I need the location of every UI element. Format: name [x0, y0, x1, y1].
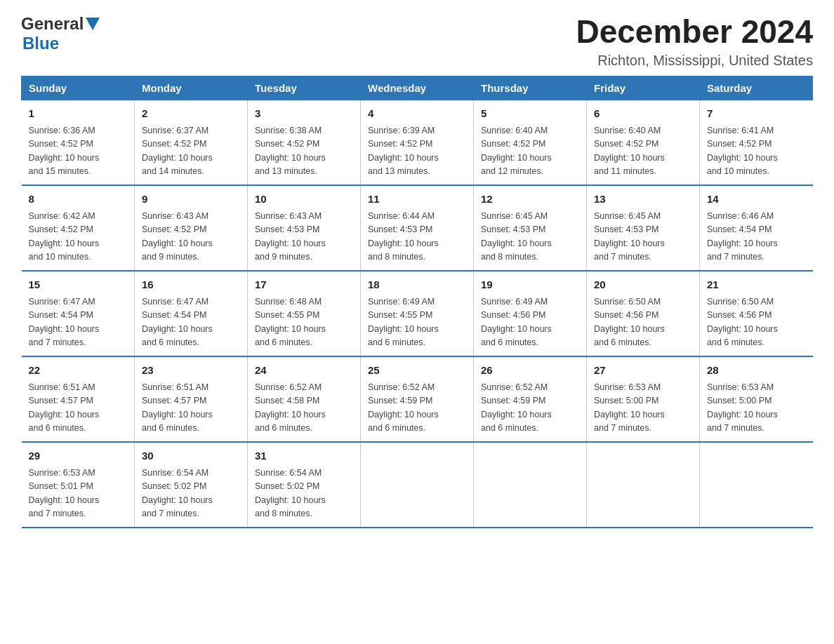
day-cell: 28Sunrise: 6:53 AMSunset: 5:00 PMDayligh…	[700, 356, 813, 442]
day-number: 19	[481, 277, 579, 293]
day-info: Sunrise: 6:49 AMSunset: 4:56 PMDaylight:…	[481, 295, 579, 350]
day-cell: 31Sunrise: 6:54 AMSunset: 5:02 PMDayligh…	[248, 442, 361, 528]
svg-marker-0	[86, 18, 100, 30]
day-info: Sunrise: 6:49 AMSunset: 4:55 PMDaylight:…	[368, 295, 466, 350]
day-cell: 19Sunrise: 6:49 AMSunset: 4:56 PMDayligh…	[474, 271, 587, 356]
day-info: Sunrise: 6:51 AMSunset: 4:57 PMDaylight:…	[29, 381, 128, 436]
day-cell: 10Sunrise: 6:43 AMSunset: 4:53 PMDayligh…	[248, 185, 361, 271]
day-info: Sunrise: 6:53 AMSunset: 5:00 PMDaylight:…	[707, 381, 806, 436]
day-cell: 8Sunrise: 6:42 AMSunset: 4:52 PMDaylight…	[22, 185, 135, 271]
day-number: 5	[481, 106, 579, 122]
day-number: 1	[29, 106, 128, 122]
day-info: Sunrise: 6:43 AMSunset: 4:52 PMDaylight:…	[142, 210, 240, 264]
day-info: Sunrise: 6:54 AMSunset: 5:02 PMDaylight:…	[255, 467, 353, 521]
day-number: 31	[255, 448, 353, 464]
day-info: Sunrise: 6:47 AMSunset: 4:54 PMDaylight:…	[142, 295, 240, 350]
week-row-5: 29Sunrise: 6:53 AMSunset: 5:01 PMDayligh…	[22, 442, 813, 528]
header-monday: Monday	[135, 76, 248, 100]
day-number: 4	[368, 106, 466, 122]
header-saturday: Saturday	[700, 76, 813, 100]
day-cell: 11Sunrise: 6:44 AMSunset: 4:53 PMDayligh…	[361, 185, 474, 271]
day-cell	[587, 442, 700, 528]
day-info: Sunrise: 6:48 AMSunset: 4:55 PMDaylight:…	[255, 295, 353, 350]
day-info: Sunrise: 6:36 AMSunset: 4:52 PMDaylight:…	[29, 124, 128, 179]
day-cell: 9Sunrise: 6:43 AMSunset: 4:52 PMDaylight…	[135, 185, 248, 271]
day-cell: 16Sunrise: 6:47 AMSunset: 4:54 PMDayligh…	[135, 271, 248, 356]
day-number: 7	[707, 106, 806, 122]
logo-triangle-icon	[86, 18, 100, 32]
week-row-3: 15Sunrise: 6:47 AMSunset: 4:54 PMDayligh…	[22, 271, 813, 356]
day-cell: 21Sunrise: 6:50 AMSunset: 4:56 PMDayligh…	[700, 271, 813, 356]
day-info: Sunrise: 6:45 AMSunset: 4:53 PMDaylight:…	[594, 210, 692, 264]
day-info: Sunrise: 6:52 AMSunset: 4:59 PMDaylight:…	[481, 381, 579, 436]
day-cell: 17Sunrise: 6:48 AMSunset: 4:55 PMDayligh…	[248, 271, 361, 356]
day-cell: 6Sunrise: 6:40 AMSunset: 4:52 PMDaylight…	[587, 100, 700, 185]
day-number: 14	[707, 192, 806, 208]
day-number: 28	[707, 363, 806, 379]
day-cell: 25Sunrise: 6:52 AMSunset: 4:59 PMDayligh…	[361, 356, 474, 442]
day-number: 12	[481, 192, 579, 208]
week-row-2: 8Sunrise: 6:42 AMSunset: 4:52 PMDaylight…	[22, 185, 813, 271]
day-info: Sunrise: 6:52 AMSunset: 4:58 PMDaylight:…	[255, 381, 353, 436]
day-number: 25	[368, 363, 466, 379]
day-info: Sunrise: 6:40 AMSunset: 4:52 PMDaylight:…	[594, 124, 692, 179]
day-number: 17	[255, 277, 353, 293]
day-cell: 27Sunrise: 6:53 AMSunset: 5:00 PMDayligh…	[587, 356, 700, 442]
day-info: Sunrise: 6:42 AMSunset: 4:52 PMDaylight:…	[29, 210, 128, 264]
day-number: 30	[142, 448, 240, 464]
header-sunday: Sunday	[22, 76, 135, 100]
logo-blue-text: Blue	[22, 34, 59, 53]
day-info: Sunrise: 6:54 AMSunset: 5:02 PMDaylight:…	[142, 467, 240, 521]
day-cell: 2Sunrise: 6:37 AMSunset: 4:52 PMDaylight…	[135, 100, 248, 185]
day-number: 9	[142, 192, 240, 208]
week-row-1: 1Sunrise: 6:36 AMSunset: 4:52 PMDaylight…	[22, 100, 813, 185]
day-cell: 26Sunrise: 6:52 AMSunset: 4:59 PMDayligh…	[474, 356, 587, 442]
day-number: 26	[481, 363, 579, 379]
day-info: Sunrise: 6:53 AMSunset: 5:01 PMDaylight:…	[29, 467, 128, 521]
day-number: 11	[368, 192, 466, 208]
day-info: Sunrise: 6:43 AMSunset: 4:53 PMDaylight:…	[255, 210, 353, 264]
calendar-title-section: December 2024 Richton, Mississippi, Unit…	[576, 14, 813, 69]
day-number: 2	[142, 106, 240, 122]
day-number: 22	[29, 363, 128, 379]
day-number: 8	[29, 192, 128, 208]
day-cell	[474, 442, 587, 528]
day-number: 23	[142, 363, 240, 379]
day-info: Sunrise: 6:38 AMSunset: 4:52 PMDaylight:…	[255, 124, 353, 179]
header-thursday: Thursday	[474, 76, 587, 100]
day-cell: 1Sunrise: 6:36 AMSunset: 4:52 PMDaylight…	[22, 100, 135, 185]
day-number: 21	[707, 277, 806, 293]
day-info: Sunrise: 6:37 AMSunset: 4:52 PMDaylight:…	[142, 124, 240, 179]
header-row: SundayMondayTuesdayWednesdayThursdayFrid…	[22, 76, 813, 100]
header-wednesday: Wednesday	[361, 76, 474, 100]
day-cell: 23Sunrise: 6:51 AMSunset: 4:57 PMDayligh…	[135, 356, 248, 442]
day-cell	[361, 442, 474, 528]
day-info: Sunrise: 6:50 AMSunset: 4:56 PMDaylight:…	[594, 295, 692, 350]
day-info: Sunrise: 6:40 AMSunset: 4:52 PMDaylight:…	[481, 124, 579, 179]
day-info: Sunrise: 6:53 AMSunset: 5:00 PMDaylight:…	[594, 381, 692, 436]
day-cell: 7Sunrise: 6:41 AMSunset: 4:52 PMDaylight…	[700, 100, 813, 185]
day-number: 24	[255, 363, 353, 379]
day-cell: 12Sunrise: 6:45 AMSunset: 4:53 PMDayligh…	[474, 185, 587, 271]
day-number: 10	[255, 192, 353, 208]
day-cell: 24Sunrise: 6:52 AMSunset: 4:58 PMDayligh…	[248, 356, 361, 442]
day-info: Sunrise: 6:39 AMSunset: 4:52 PMDaylight:…	[368, 124, 466, 179]
day-number: 27	[594, 363, 692, 379]
day-number: 29	[29, 448, 128, 464]
day-cell: 30Sunrise: 6:54 AMSunset: 5:02 PMDayligh…	[135, 442, 248, 528]
day-cell: 20Sunrise: 6:50 AMSunset: 4:56 PMDayligh…	[587, 271, 700, 356]
day-cell: 4Sunrise: 6:39 AMSunset: 4:52 PMDaylight…	[361, 100, 474, 185]
day-cell: 22Sunrise: 6:51 AMSunset: 4:57 PMDayligh…	[22, 356, 135, 442]
day-number: 16	[142, 277, 240, 293]
logo: General Blue	[21, 14, 100, 53]
day-cell: 3Sunrise: 6:38 AMSunset: 4:52 PMDaylight…	[248, 100, 361, 185]
calendar-subtitle: Richton, Mississippi, United States	[576, 53, 813, 69]
day-info: Sunrise: 6:47 AMSunset: 4:54 PMDaylight:…	[29, 295, 128, 350]
day-info: Sunrise: 6:45 AMSunset: 4:53 PMDaylight:…	[481, 210, 579, 264]
calendar-title: December 2024	[576, 14, 813, 50]
day-cell: 13Sunrise: 6:45 AMSunset: 4:53 PMDayligh…	[587, 185, 700, 271]
day-number: 3	[255, 106, 353, 122]
logo-general-text: General	[21, 14, 84, 34]
day-info: Sunrise: 6:41 AMSunset: 4:52 PMDaylight:…	[707, 124, 806, 179]
day-info: Sunrise: 6:44 AMSunset: 4:53 PMDaylight:…	[368, 210, 466, 264]
